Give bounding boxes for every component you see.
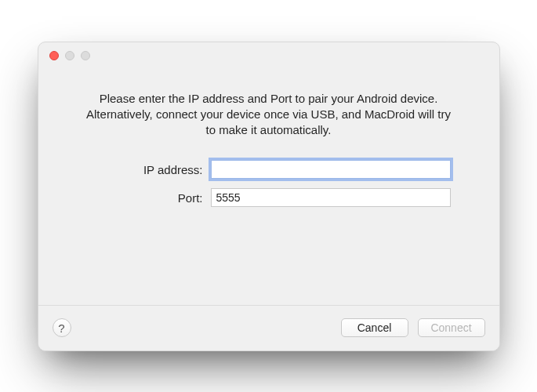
help-button[interactable]: ? bbox=[53, 318, 71, 337]
dialog-window: Please enter the IP address and Port to … bbox=[38, 42, 500, 351]
dialog-content: Please enter the IP address and Port to … bbox=[38, 69, 499, 305]
help-icon: ? bbox=[58, 321, 64, 335]
port-label: Port: bbox=[78, 191, 211, 205]
close-icon[interactable] bbox=[49, 51, 59, 60]
cancel-button[interactable]: Cancel bbox=[341, 318, 408, 337]
ip-address-input[interactable] bbox=[211, 160, 451, 179]
instruction-text: Please enter the IP address and Port to … bbox=[70, 91, 468, 161]
port-row: Port: bbox=[78, 188, 451, 207]
minimize-icon bbox=[65, 51, 74, 60]
footer-buttons: Cancel Connect bbox=[341, 318, 485, 337]
dialog-footer: ? Cancel Connect bbox=[38, 305, 499, 350]
maximize-icon bbox=[81, 51, 90, 60]
ip-row: IP address: bbox=[78, 160, 451, 179]
ip-address-label: IP address: bbox=[78, 163, 211, 176]
connect-button: Connect bbox=[418, 318, 485, 337]
titlebar bbox=[38, 42, 499, 69]
pairing-form: IP address: Port: bbox=[70, 160, 468, 207]
port-input[interactable] bbox=[211, 188, 451, 207]
